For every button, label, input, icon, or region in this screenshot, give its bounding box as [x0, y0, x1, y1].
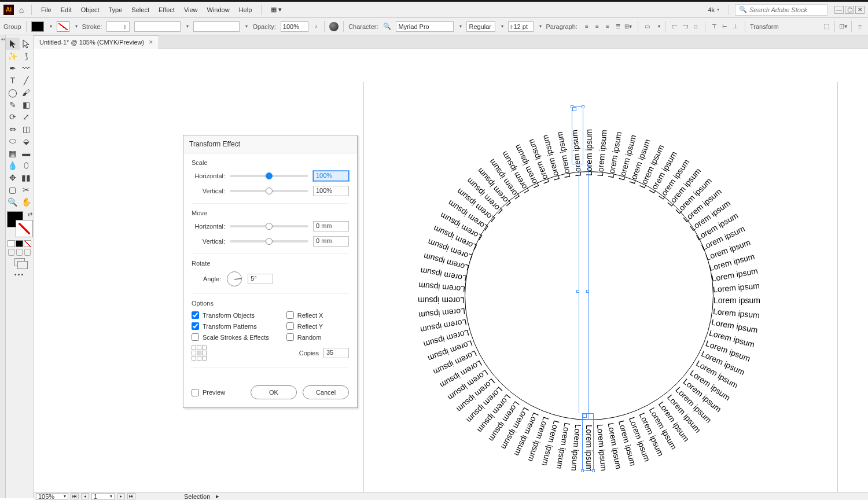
menu-edit[interactable]: Edit	[56, 5, 76, 15]
direct-selection-tool[interactable]	[20, 38, 34, 50]
next-artboard-icon[interactable]: ▸	[117, 493, 125, 499]
menu-file[interactable]: File	[36, 5, 56, 15]
stroke-weight-field[interactable]: ▴▾	[106, 21, 130, 32]
font-size-field[interactable]: ▴▾12 pt	[508, 21, 534, 32]
scale-h-input[interactable]: 100%	[313, 171, 349, 181]
artboard-tool[interactable]: ▢	[6, 183, 20, 196]
scale-v-slider[interactable]	[230, 190, 308, 192]
align-top-icon[interactable]: ⊤	[710, 22, 719, 31]
opacity-field[interactable]: 100%	[281, 21, 308, 32]
more-tools[interactable]: •••	[6, 271, 33, 278]
canvas[interactable]: Untitled-1* @ 105% (CMYK/Preview) × Lore…	[34, 35, 868, 498]
stroke-profile[interactable]	[134, 21, 181, 32]
minimize-button[interactable]: —	[834, 6, 844, 14]
width-tool[interactable]: ⇔	[6, 123, 20, 135]
shaper-tool[interactable]: ✎	[6, 98, 20, 111]
zoom-tool[interactable]: 🔍	[6, 196, 20, 208]
menu-view[interactable]: View	[179, 5, 203, 15]
align-left-icon[interactable]: ≡	[582, 22, 591, 31]
draw-mode-row[interactable]	[8, 249, 31, 256]
panel-collapse-left[interactable]: ◂◂	[0, 35, 6, 498]
symbol-sprayer-tool[interactable]: ✥	[6, 171, 20, 183]
line-tool[interactable]: ╱	[20, 74, 34, 86]
recolor-icon[interactable]	[329, 22, 339, 31]
preview-check[interactable]: Preview	[192, 389, 225, 396]
isolate-icon[interactable]: ▭	[643, 22, 652, 31]
document-tab[interactable]: Untitled-1* @ 105% (CMYK/Preview) ×	[34, 35, 159, 49]
scale-tool[interactable]: ⤢	[20, 111, 34, 123]
color-mode-row[interactable]	[8, 240, 31, 247]
mesh-tool[interactable]: ▦	[6, 147, 20, 159]
font-style-field[interactable]: Regular	[466, 21, 495, 32]
menu-object[interactable]: Object	[76, 5, 104, 15]
magic-wand-tool[interactable]: ✨	[6, 50, 20, 62]
align-artboard-icon[interactable]: ⊡▾	[838, 22, 848, 31]
anchor-grid[interactable]	[192, 345, 207, 361]
paintbrush-tool[interactable]: 🖌	[20, 86, 34, 98]
column-graph-tool[interactable]: ▮▮	[20, 171, 34, 183]
align-right-icon[interactable]: ≡	[603, 22, 612, 31]
move-h-input[interactable]: 0 mm	[313, 221, 349, 231]
align-obj-left-icon[interactable]: ⫍	[670, 22, 679, 31]
transform-objects-check[interactable]: Transform Objects	[192, 311, 269, 319]
selection-tool[interactable]	[6, 38, 20, 50]
ellipse-tool[interactable]: ◯	[6, 86, 20, 98]
copies-input[interactable]: 35	[323, 348, 349, 358]
align-center-icon[interactable]: ≡	[593, 22, 602, 31]
list-icon[interactable]: ≡	[855, 22, 865, 31]
ok-button[interactable]: OK	[251, 385, 297, 399]
menu-type[interactable]: Type	[104, 5, 127, 15]
cancel-button[interactable]: Cancel	[303, 385, 349, 399]
brush-definition[interactable]	[193, 21, 240, 32]
link-icon[interactable]: ⬚	[822, 22, 831, 31]
justify-icon[interactable]: ≣	[613, 22, 623, 31]
angle-input[interactable]: 5°	[248, 274, 273, 284]
gradient-tool[interactable]: ▬	[20, 147, 34, 159]
scale-v-input[interactable]: 100%	[313, 186, 349, 196]
scale-strokes-check[interactable]: Scale Strokes & Effects	[192, 333, 269, 341]
first-artboard-icon[interactable]: ⏮	[71, 493, 79, 499]
slice-tool[interactable]: ✂	[20, 183, 34, 196]
fill-stroke-control[interactable]: ⇄	[7, 211, 32, 237]
search-stock[interactable]: 🔍	[735, 4, 827, 16]
align-middle-icon[interactable]: ⊢	[720, 22, 730, 31]
char-search-icon[interactable]: 🔍	[383, 23, 391, 30]
align-obj-center-icon[interactable]: ⫎	[681, 22, 690, 31]
zoom-level[interactable]: 105%▾	[36, 493, 68, 500]
prev-artboard-icon[interactable]: ◂	[81, 493, 89, 499]
opacity-chevron[interactable]: ›	[313, 23, 319, 30]
reflect-y-check[interactable]: Reflect Y	[286, 322, 323, 330]
angle-knob[interactable]	[227, 271, 242, 286]
blend-tool[interactable]: ⬯	[20, 159, 34, 171]
last-artboard-icon[interactable]: ⏭	[127, 493, 135, 499]
search-input[interactable]	[749, 6, 819, 13]
menu-effect[interactable]: Effect	[154, 5, 179, 15]
random-check[interactable]: Random	[286, 333, 323, 341]
type-tool[interactable]: T	[6, 74, 20, 86]
font-family-field[interactable]: Myriad Pro	[396, 21, 454, 32]
close-tab-icon[interactable]: ×	[149, 38, 153, 46]
align-bottom-icon[interactable]: ⊥	[731, 22, 740, 31]
lasso-tool[interactable]: ⟆	[20, 50, 34, 62]
reflect-x-check[interactable]: Reflect X	[286, 311, 323, 319]
maximize-button[interactable]: ▢	[845, 6, 854, 14]
free-transform-tool[interactable]: ◫	[20, 123, 34, 135]
fill-swatch[interactable]	[31, 21, 44, 32]
curvature-tool[interactable]: 〰	[20, 62, 34, 74]
move-v-slider[interactable]	[230, 240, 308, 242]
move-h-slider[interactable]	[230, 225, 308, 227]
screen-mode-icon[interactable]	[14, 258, 25, 266]
shape-builder-tool[interactable]: ⬭	[6, 135, 20, 147]
align-obj-right-icon[interactable]: ⫏	[691, 22, 700, 31]
rotate-tool[interactable]: ⟳	[6, 111, 20, 123]
move-v-input[interactable]: 0 mm	[313, 236, 349, 247]
more-para-icon[interactable]: ⊞▾	[624, 22, 633, 31]
close-button[interactable]: ✕	[855, 6, 865, 14]
scale-h-slider[interactable]	[230, 175, 308, 177]
transform-patterns-check[interactable]: Transform Patterns	[192, 322, 269, 330]
artboard-number[interactable]: 1▾	[91, 493, 115, 500]
menu-help[interactable]: Help	[234, 5, 257, 15]
perspective-tool[interactable]: ⬙	[20, 135, 34, 147]
menu-window[interactable]: Window	[203, 5, 234, 15]
pen-tool[interactable]: ✒	[6, 62, 20, 74]
